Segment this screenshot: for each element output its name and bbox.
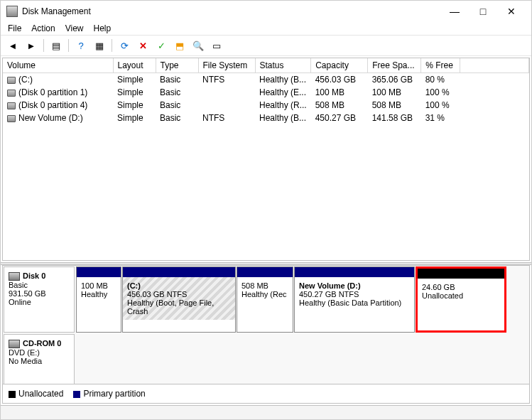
menubar: File Action View Help [1, 22, 531, 35]
menu-view[interactable]: View [65, 23, 84, 33]
refresh-button[interactable]: ⟳ [116, 38, 132, 53]
col-type[interactable]: Type [156, 58, 198, 73]
partition-bar [418, 269, 504, 279]
partition-bar [237, 267, 293, 277]
partition-box[interactable]: 100 MBHealthy [76, 266, 121, 333]
menu-file[interactable]: File [8, 23, 21, 33]
list-button[interactable]: ▭ [209, 38, 224, 53]
new-button[interactable]: ⬒ [172, 38, 188, 53]
help-button[interactable]: ? [73, 38, 89, 53]
volume-icon [7, 77, 16, 84]
table-row[interactable]: (Disk 0 partition 4)SimpleBasicHealthy (… [3, 99, 529, 112]
partition-box[interactable]: (C:)456.03 GB NTFSHealthy (Boot, Page Fi… [122, 266, 236, 333]
check-button[interactable]: ✓ [153, 38, 169, 53]
volume-list: Volume Layout Type File System Status Ca… [2, 58, 530, 261]
partition-bar [295, 267, 414, 277]
volume-icon [7, 115, 16, 122]
table-row[interactable]: (C:)SimpleBasicNTFSHealthy (B...456.03 G… [3, 73, 529, 87]
app-icon [6, 6, 18, 17]
properties-button[interactable]: ▦ [92, 38, 107, 53]
disk-row: Disk 0Basic931.50 GBOnline100 MBHealthy(… [3, 266, 529, 333]
col-layout[interactable]: Layout [113, 58, 156, 73]
back-button[interactable]: ◄ [5, 38, 21, 53]
partition-box[interactable]: 508 MBHealthy (Rec [237, 266, 293, 333]
col-status[interactable]: Status [255, 58, 311, 73]
column-header-row: Volume Layout Type File System Status Ca… [3, 58, 529, 73]
partition-box[interactable]: 24.60 GBUnallocated [416, 266, 506, 333]
table-row[interactable]: New Volume (D:)SimpleBasicNTFSHealthy (B… [3, 112, 529, 124]
show-hide-button[interactable]: ▤ [48, 38, 64, 53]
disk-icon [9, 340, 20, 348]
col-pctfree[interactable]: % Free [421, 58, 460, 73]
partition-area: 100 MBHealthy(C:)456.03 GB NTFSHealthy (… [76, 266, 528, 333]
minimize-button[interactable]: — [440, 1, 469, 21]
titlebar: Disk Management — □ ✕ [1, 1, 531, 22]
forward-button[interactable]: ► [23, 38, 39, 53]
col-capacity[interactable]: Capacity [311, 58, 368, 73]
partition-box[interactable]: New Volume (D:)450.27 GB NTFSHealthy (Ba… [294, 266, 415, 333]
menu-action[interactable]: Action [31, 23, 55, 33]
statusbar [1, 405, 531, 419]
separator [68, 39, 69, 52]
table-row[interactable]: (Disk 0 partition 1)SimpleBasicHealthy (… [3, 86, 529, 99]
disk-graph: Disk 0Basic931.50 GBOnline100 MBHealthy(… [2, 265, 530, 404]
col-freespace[interactable]: Free Spa... [368, 58, 421, 73]
partition-bar [123, 267, 235, 277]
volume-icon [7, 102, 16, 109]
separator [112, 39, 112, 52]
partition-bar [77, 267, 121, 277]
legend-unallocated: Unallocated [9, 389, 63, 399]
maximize-button[interactable]: □ [469, 1, 497, 21]
close-button[interactable]: ✕ [497, 1, 526, 21]
volume-icon [7, 90, 16, 97]
partition-area [76, 334, 528, 384]
col-volume[interactable]: Volume [3, 58, 113, 73]
disk-icon [9, 272, 20, 281]
col-filesystem[interactable]: File System [198, 58, 255, 73]
disk-header[interactable]: Disk 0Basic931.50 GBOnline [4, 266, 75, 333]
window-title: Disk Management [22, 6, 440, 16]
separator [43, 39, 44, 52]
legend: Unallocated Primary partition [3, 384, 529, 403]
toolbar: ◄ ► ▤ ? ▦ ⟳ ✕ ✓ ⬒ 🔍 ▭ [1, 35, 531, 56]
delete-button[interactable]: ✕ [135, 38, 151, 53]
legend-primary: Primary partition [73, 389, 145, 399]
menu-help[interactable]: Help [94, 23, 112, 33]
search-button[interactable]: 🔍 [190, 38, 206, 53]
disk-header[interactable]: CD-ROM 0DVD (E:)No Media [4, 334, 75, 384]
disk-row: CD-ROM 0DVD (E:)No Media [3, 333, 529, 384]
col-spacer [460, 58, 529, 73]
